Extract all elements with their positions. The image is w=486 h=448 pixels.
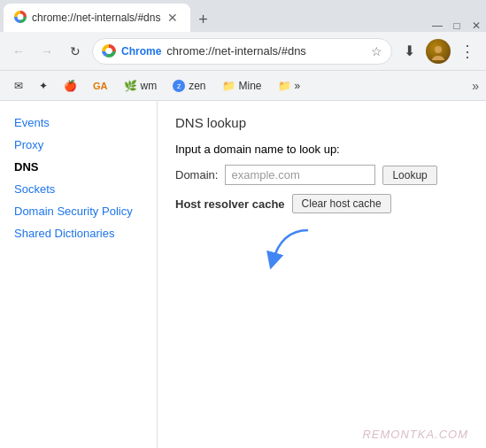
forward-button[interactable]: → [35, 40, 58, 63]
window-controls: — □ ✕ [431, 19, 482, 32]
chrome-logo-icon [102, 44, 116, 58]
sidebar-item-events[interactable]: Events [0, 112, 157, 134]
domain-input-label-row: Input a domain name to look up: [175, 143, 468, 156]
section-title: DNS lookup [175, 115, 468, 130]
bookmark-star[interactable]: ✦ [32, 76, 55, 96]
bookmark-mine[interactable]: 📁 Mine [215, 76, 269, 96]
svg-point-4 [435, 46, 442, 53]
sidebar-item-sockets[interactable]: Sockets [0, 178, 157, 200]
bookmark-ga[interactable]: GA [86, 77, 115, 95]
tab-bar: chrome://net-internals/#dns ✕ + — □ ✕ [0, 0, 486, 32]
zen-label: zen [189, 80, 205, 92]
bookmark-wm[interactable]: 🌿 wm [117, 76, 165, 96]
maximize-button[interactable]: □ [451, 19, 463, 32]
arrow-annotation [264, 226, 468, 273]
chrome-brand-label: Chrome [121, 45, 161, 58]
active-tab[interactable]: chrome://net-internals/#dns ✕ [4, 4, 190, 32]
minimize-button[interactable]: — [431, 19, 444, 32]
input-instruction: Input a domain name to look up: [175, 143, 340, 156]
gmail-icon: ✉ [14, 80, 23, 92]
bookmark-apple[interactable]: 🍎 [57, 76, 84, 96]
watermark: REMONTKA.COM [362, 428, 468, 441]
arrow-icon [264, 226, 317, 270]
bookmark-gmail[interactable]: ✉ [7, 76, 30, 96]
apple-icon: 🍎 [64, 80, 77, 92]
profile-avatar-icon [429, 42, 447, 60]
profile-button[interactable] [426, 39, 451, 64]
wm-label: wm [141, 80, 158, 92]
bookmark-star-icon[interactable]: ☆ [371, 44, 382, 58]
lookup-button[interactable]: Lookup [382, 166, 436, 185]
close-button[interactable]: ✕ [470, 19, 482, 32]
bookmarks-bar: ✉ ✦ 🍎 GA 🌿 wm z zen 📁 Mine 📁 » » [0, 71, 486, 101]
address-input[interactable]: Chrome chrome://net-internals/#dns ☆ [92, 38, 392, 65]
domain-input[interactable] [225, 165, 375, 185]
learn-folder-icon: 📁 [278, 80, 291, 92]
host-resolver-label: Host resolver cache [175, 197, 285, 211]
reload-button[interactable]: ↻ [64, 40, 87, 63]
learn-label: » [295, 80, 301, 92]
sidebar: Events Proxy DNS Sockets Domain Security… [0, 101, 158, 448]
page-wrapper: Events Proxy DNS Sockets Domain Security… [0, 101, 486, 448]
clear-host-cache-button[interactable]: Clear host cache [292, 194, 391, 213]
sidebar-item-dns[interactable]: DNS [0, 156, 157, 178]
main-content: DNS lookup Input a domain name to look u… [158, 101, 486, 448]
zen-icon: z [173, 80, 185, 92]
mine-folder-icon: 📁 [222, 80, 235, 92]
url-text: chrome://net-internals/#dns [166, 44, 366, 58]
new-tab-button[interactable]: + [190, 7, 215, 32]
bookmarks-more-button[interactable]: » [472, 79, 479, 93]
sidebar-item-domain-security-policy[interactable]: Domain Security Policy [0, 200, 157, 222]
svg-point-1 [18, 13, 24, 19]
sidebar-item-shared-dictionaries[interactable]: Shared Dictionaries [0, 222, 157, 244]
download-icon[interactable]: ⬇ [397, 40, 420, 63]
mine-label: Mine [239, 80, 262, 92]
address-bar: ← → ↻ Chrome chrome://net-internals/#dns… [0, 32, 486, 71]
bookmark-zen[interactable]: z zen [166, 76, 212, 96]
ga-icon: GA [93, 81, 108, 91]
host-resolver-row: Host resolver cache Clear host cache [175, 194, 468, 213]
wm-icon: 🌿 [124, 80, 137, 92]
svg-point-5 [432, 56, 444, 60]
star-bm-icon: ✦ [39, 80, 48, 92]
svg-point-3 [106, 49, 112, 54]
tab-title: chrome://net-internals/#dns [32, 12, 160, 24]
back-button[interactable]: ← [7, 40, 30, 63]
tab-close-btn[interactable]: ✕ [166, 11, 180, 25]
sidebar-item-proxy[interactable]: Proxy [0, 134, 157, 156]
domain-input-row: Domain: Lookup [175, 165, 468, 185]
tab-favicon [14, 11, 27, 26]
bookmark-learn[interactable]: 📁 » [271, 76, 308, 96]
chrome-menu-button[interactable]: ⋮ [456, 40, 479, 63]
domain-label: Domain: [175, 168, 218, 182]
